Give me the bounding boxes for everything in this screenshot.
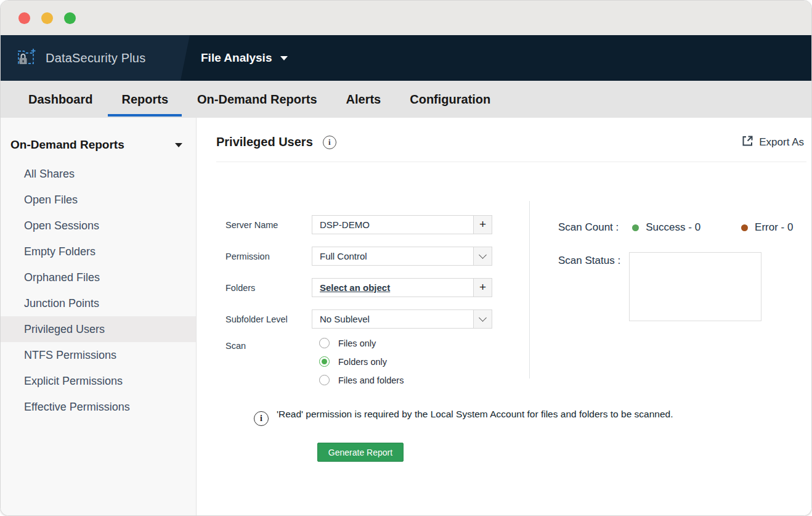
- permission-dropdown-button[interactable]: [473, 247, 492, 265]
- radio-folders-only[interactable]: Folders only: [319, 356, 387, 367]
- server-name-label: Server Name: [225, 220, 312, 230]
- radio-icon: [319, 375, 330, 385]
- page-title: Privileged Users: [216, 135, 313, 149]
- server-name-input[interactable]: DSP-DEMO: [312, 216, 473, 234]
- primary-nav: Dashboard Reports On-Demand Reports Aler…: [1, 81, 811, 118]
- scan-count-label: Scan Count :: [558, 221, 619, 234]
- subfolder-level-select[interactable]: No Sublevel: [312, 310, 473, 328]
- select-object-link[interactable]: Select an object: [312, 279, 473, 297]
- server-name-field: DSP-DEMO +: [312, 215, 492, 234]
- read-permission-note: i'Read' permission is required by the Lo…: [254, 407, 765, 426]
- permission-label: Permission: [225, 252, 312, 261]
- sidebar-item-orphaned-files[interactable]: Orphaned Files: [1, 264, 196, 290]
- sidebar-item-privileged-users[interactable]: Privileged Users: [1, 316, 196, 342]
- folders-field: Select an object +: [312, 278, 492, 297]
- app-name: DataSecurity Plus: [46, 51, 145, 65]
- export-as-label: Export As: [759, 136, 804, 149]
- brand: DataSecurity Plus: [15, 35, 145, 81]
- tab-configuration[interactable]: Configuration: [410, 81, 490, 118]
- error-count: Error - 0: [755, 221, 793, 234]
- sidebar-item-open-files[interactable]: Open Files: [1, 187, 196, 213]
- scan-status-box: [629, 252, 761, 321]
- tab-alerts[interactable]: Alerts: [346, 81, 381, 118]
- sidebar-report-list: All Shares Open Files Open Sessions Empt…: [1, 161, 196, 420]
- scan-count-row: Scan Count : Success - 0 Error - 0: [558, 221, 793, 234]
- reports-sidebar: On-Demand Reports All Shares Open Files …: [1, 118, 197, 516]
- export-icon: [742, 135, 753, 149]
- window-titlebar: [1, 1, 811, 35]
- sidebar-item-ntfs-permissions[interactable]: NTFS Permissions: [1, 342, 196, 368]
- sidebar-item-effective-permissions[interactable]: Effective Permissions: [1, 394, 196, 420]
- success-count: Success - 0: [646, 221, 700, 234]
- radio-files-only[interactable]: Files only: [319, 338, 376, 348]
- tab-on-demand-reports[interactable]: On-Demand Reports: [197, 81, 317, 118]
- sidebar-item-empty-folders[interactable]: Empty Folders: [1, 239, 196, 264]
- app-header: DataSecurity Plus File Analysis: [1, 35, 811, 81]
- sidebar-section-label: On-Demand Reports: [10, 138, 124, 152]
- note-text: 'Read' permission is required by the Loc…: [277, 409, 673, 419]
- radio-files-and-folders[interactable]: Files and folders: [319, 375, 404, 385]
- permission-select[interactable]: Full Control: [312, 247, 473, 265]
- subfolder-level-label: Subfolder Level: [225, 314, 312, 324]
- chevron-down-icon: [280, 56, 288, 60]
- radio-icon: [319, 338, 330, 348]
- success-dot-icon: [632, 224, 639, 231]
- error-dot-icon: [741, 224, 748, 231]
- tab-reports[interactable]: Reports: [121, 81, 168, 118]
- datasecurity-logo-icon: [15, 46, 38, 70]
- vertical-divider: [529, 201, 530, 379]
- subfolder-level-field: No Sublevel: [312, 309, 492, 329]
- module-switcher[interactable]: File Analysis: [201, 35, 288, 81]
- scan-label: Scan: [225, 341, 312, 351]
- folders-label: Folders: [225, 283, 312, 293]
- zoom-window-button[interactable]: [64, 12, 76, 24]
- radio-folders-only-label: Folders only: [338, 357, 387, 367]
- info-icon: i: [254, 411, 269, 426]
- radio-icon: [319, 356, 330, 367]
- sidebar-item-all-shares[interactable]: All Shares: [1, 161, 196, 187]
- sidebar-item-open-sessions[interactable]: Open Sessions: [1, 213, 196, 239]
- add-folder-button[interactable]: +: [473, 279, 492, 297]
- plus-icon: +: [479, 281, 486, 293]
- scan-status-label: Scan Status :: [558, 255, 620, 267]
- generate-report-button[interactable]: Generate Report: [317, 443, 404, 462]
- chevron-down-icon: [479, 251, 487, 259]
- radio-files-and-folders-label: Files and folders: [338, 375, 404, 385]
- add-server-button[interactable]: +: [473, 216, 492, 234]
- radio-files-only-label: Files only: [338, 338, 376, 348]
- app-window: DataSecurity Plus File Analysis Dashboar…: [0, 0, 812, 516]
- plus-icon: +: [479, 218, 486, 230]
- chevron-down-icon: [175, 143, 182, 147]
- close-window-button[interactable]: [18, 12, 30, 24]
- sidebar-item-junction-points[interactable]: Junction Points: [1, 290, 196, 316]
- sidebar-item-explicit-permissions[interactable]: Explicit Permissions: [1, 368, 196, 394]
- tab-dashboard[interactable]: Dashboard: [28, 81, 92, 118]
- export-as-button[interactable]: Export As: [742, 135, 804, 149]
- sidebar-section-on-demand-reports[interactable]: On-Demand Reports: [1, 133, 196, 157]
- subfolder-dropdown-button[interactable]: [473, 310, 492, 328]
- minimize-window-button[interactable]: [41, 12, 53, 24]
- chevron-down-icon: [479, 314, 487, 322]
- module-name: File Analysis: [201, 51, 272, 65]
- permission-field: Full Control: [312, 247, 492, 266]
- info-icon[interactable]: i: [323, 136, 336, 149]
- report-main-pane: Privileged Users i Export As Server Name: [197, 118, 811, 516]
- title-divider: [216, 162, 806, 162]
